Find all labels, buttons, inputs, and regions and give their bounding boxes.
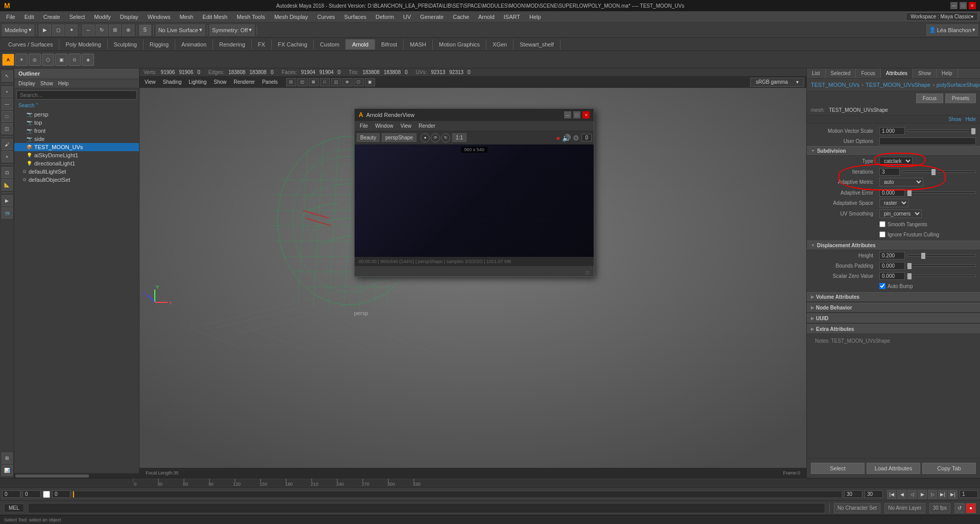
timeline-end-frame2[interactable] [865, 490, 883, 498]
menu-file[interactable]: File [2, 13, 19, 21]
search-input[interactable] [16, 90, 137, 100]
shelf-icon-6[interactable]: ⊙ [68, 54, 81, 66]
bounds-padding-thumb[interactable] [907, 263, 912, 269]
scalar-zero-input[interactable] [879, 272, 905, 280]
attr-tab-show[interactable]: Show [913, 68, 937, 78]
user-options-input[interactable] [879, 137, 976, 145]
attr-tab-help[interactable]: Help [937, 68, 958, 78]
motion-vector-slider[interactable] [907, 130, 976, 132]
rv-minimize-btn[interactable]: — [564, 111, 571, 118]
sculpt-btn[interactable]: ⌖ [2, 151, 13, 162]
uv-mode-btn[interactable]: ◫ [2, 123, 13, 134]
subdivision-header[interactable]: ▼ Subdivision [807, 146, 980, 156]
color-space-dropdown[interactable]: sRGB gamma ▾ [750, 78, 804, 87]
bounds-padding-input[interactable] [879, 262, 905, 270]
minimize-button[interactable]: — [950, 2, 958, 9]
viewport-menu-show[interactable]: Show [211, 78, 229, 86]
focus-button[interactable]: Focus [916, 93, 943, 103]
go-start-btn[interactable]: |◀ [887, 490, 896, 499]
rv-ratio-btn[interactable]: 1:1 [452, 133, 466, 142]
vp-icon-5[interactable]: ◫ [331, 78, 341, 86]
scalar-zero-thumb[interactable] [907, 273, 912, 279]
timeline-right-val[interactable] [960, 490, 978, 498]
viewport-menu-panels[interactable]: Panels [259, 78, 281, 86]
tab-bifrost[interactable]: Bifrost [375, 39, 404, 50]
menu-mesh[interactable]: Mesh [175, 13, 197, 21]
outliner-item-ai-sky-dome[interactable]: 💡 aiSkyDomeLight1 [14, 151, 139, 159]
ignore-frustum-checkbox[interactable] [879, 231, 885, 237]
menu-generate[interactable]: Generate [416, 13, 448, 21]
tab-fx[interactable]: FX [252, 39, 272, 50]
mel-label[interactable]: MEL [4, 504, 24, 512]
vp-icon-4[interactable]: □ [320, 78, 330, 86]
adaptive-error-thumb[interactable] [907, 190, 912, 196]
timeline-end-frame1[interactable] [844, 490, 862, 498]
paint-select-btn[interactable]: ✦ [65, 25, 78, 36]
node-name-3[interactable]: polySurfaceShape1 [937, 82, 980, 88]
outliner-hscroll[interactable] [14, 473, 139, 478]
tab-rigging[interactable]: Rigging [144, 39, 175, 50]
symmetry-dropdown[interactable]: Symmetry: Off ▾ [209, 25, 254, 36]
timeline-current-frame[interactable] [22, 490, 41, 498]
close-button[interactable]: ✕ [969, 2, 976, 9]
menu-select[interactable]: Select [65, 13, 89, 21]
motion-vector-thumb[interactable] [971, 128, 975, 134]
hscroll-thumb[interactable] [15, 474, 89, 478]
outliner-item-directional-light[interactable]: 💡 directionalLight1 [14, 159, 139, 168]
vp-icon-1[interactable]: ⊡ [286, 78, 296, 86]
shelf-icon-1[interactable]: A [2, 54, 14, 66]
uuid-header[interactable]: ▶ UUID [807, 314, 980, 323]
outliner-item-front[interactable]: 📷 front [14, 127, 139, 135]
rv-beauty-dropdown[interactable]: Beauty [357, 133, 380, 142]
menu-cache[interactable]: Cache [449, 13, 473, 21]
edge-mode-btn[interactable]: — [2, 99, 13, 110]
menu-arnold[interactable]: Arnold [474, 13, 499, 21]
select-mode-btn[interactable]: ↖ [2, 70, 13, 82]
rv-stop-btn[interactable]: ↻ [441, 133, 450, 142]
tab-animation[interactable]: Animation [175, 39, 213, 50]
attr-tab-list[interactable]: List [807, 68, 826, 78]
viewport-menu-shading[interactable]: Shading [160, 78, 185, 86]
scale-tool-btn[interactable]: ⊞ [109, 25, 121, 36]
show-button[interactable]: Show [948, 116, 961, 122]
lasso-tool-btn[interactable]: ◻ [52, 25, 64, 36]
menu-curves[interactable]: Curves [313, 13, 339, 21]
tab-xgen[interactable]: XGen [486, 39, 514, 50]
tab-fx-caching[interactable]: FX Caching [272, 39, 314, 50]
menu-mesh-display[interactable]: Mesh Display [270, 13, 312, 21]
iterations-slider[interactable] [902, 171, 976, 173]
outliner-item-side[interactable]: 📷 side [14, 135, 139, 143]
tab-poly-modeling[interactable]: Poly Modeling [59, 39, 107, 50]
outliner-item-default-object-set[interactable]: ⚙ defaultObjectSet [14, 176, 139, 184]
rv-render-btn[interactable]: ● [421, 133, 430, 142]
adaptive-error-slider[interactable] [907, 192, 976, 194]
node-editor-btn[interactable]: ⊞ [2, 452, 13, 464]
menu-uv[interactable]: UV [399, 13, 415, 21]
node-name-2[interactable]: TEST_MOON_UVsShape [866, 82, 930, 88]
vp-icon-7[interactable]: ⬡ [354, 78, 364, 86]
tab-motion-graphics[interactable]: Motion Graphics [433, 39, 486, 50]
maximize-button[interactable]: □ [960, 2, 967, 9]
vp-icon-8[interactable]: ▣ [365, 78, 375, 86]
no-char-set-item[interactable]: No Character Set [834, 503, 880, 513]
menu-deform[interactable]: Deform [371, 13, 398, 21]
user-dropdown[interactable]: 👤 Léa Blanchon ▾ [926, 25, 978, 36]
rv-maximize-btn[interactable]: □ [573, 111, 580, 118]
bounds-padding-slider[interactable] [907, 265, 976, 267]
menu-edit-mesh[interactable]: Edit Mesh [198, 13, 231, 21]
attr-tab-attributes[interactable]: Attributes [881, 68, 913, 78]
node-name-1[interactable]: TEST_MOON_UVs [811, 82, 859, 88]
play-btn[interactable]: ▶ [918, 490, 927, 499]
timeline-start-frame[interactable] [2, 490, 20, 498]
menu-modify[interactable]: Modify [90, 13, 114, 21]
mode-dropdown[interactable]: Modeling ▾ [2, 25, 34, 36]
iterations-thumb[interactable] [931, 169, 936, 175]
vp-icon-3[interactable]: ⊠ [309, 78, 319, 86]
height-slider[interactable] [907, 254, 976, 256]
motion-vector-input[interactable] [879, 127, 905, 135]
tab-curves-surfaces[interactable]: Curves / Surfaces [2, 39, 59, 50]
shelf-icon-3[interactable]: ◎ [29, 54, 41, 66]
menu-mesh-tools[interactable]: Mesh Tools [232, 13, 269, 21]
outliner-menu-help[interactable]: Help [56, 80, 71, 87]
menu-create[interactable]: Create [39, 13, 64, 21]
